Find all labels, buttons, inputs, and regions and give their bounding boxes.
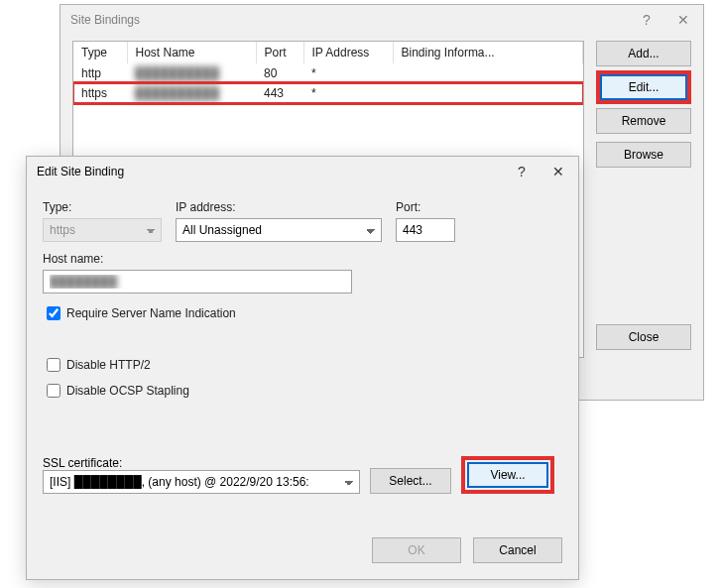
hostname-label: Host name: [43, 252, 562, 266]
table-row[interactable]: https ██████████ 443 * [73, 83, 583, 103]
close-button[interactable]: Close [596, 324, 691, 350]
view-button-highlight: View... [461, 456, 554, 494]
remove-button[interactable]: Remove [596, 108, 691, 134]
titlebar: Site Bindings ? ✕ [60, 5, 703, 35]
browse-button[interactable]: Browse [596, 142, 691, 168]
select-cert-button[interactable]: Select... [370, 468, 451, 494]
col-port[interactable]: Port [256, 42, 303, 63]
ip-select[interactable]: All Unassigned [176, 218, 382, 242]
disable-ocsp-checkbox[interactable] [47, 384, 60, 398]
help-icon[interactable]: ? [630, 12, 663, 28]
table-row[interactable]: http ██████████ 80 * [73, 63, 583, 83]
col-info[interactable]: Binding Informa... [393, 42, 583, 63]
disable-http2-checkbox[interactable] [47, 358, 60, 372]
ok-button[interactable]: OK [372, 537, 461, 563]
col-hostname[interactable]: Host Name [127, 42, 256, 63]
type-select: https [43, 218, 162, 242]
edit-button[interactable]: Edit... [600, 74, 687, 100]
port-input[interactable] [396, 218, 455, 242]
cancel-button[interactable]: Cancel [473, 537, 562, 563]
help-icon[interactable]: ? [505, 164, 539, 179]
col-ip[interactable]: IP Address [303, 42, 393, 63]
edit-site-binding-dialog: Edit Site Binding ? ✕ Type: https IP add… [26, 156, 579, 580]
close-icon[interactable]: ✕ [539, 164, 578, 179]
hostname-input[interactable] [43, 270, 352, 294]
add-button[interactable]: Add... [596, 41, 691, 66]
titlebar: Edit Site Binding ? ✕ [27, 157, 578, 186]
ssl-cert-select[interactable]: [IIS] ████████, (any host) @ 2022/9/20 1… [43, 470, 360, 494]
dialog-title: Edit Site Binding [37, 165, 505, 178]
table-header: Type Host Name Port IP Address Binding I… [73, 42, 583, 63]
disable-ocsp-label: Disable OCSP Stapling [66, 384, 189, 398]
ip-label: IP address: [176, 200, 382, 214]
ssl-cert-label: SSL certificate: [43, 456, 360, 470]
col-type[interactable]: Type [73, 42, 127, 63]
sni-label: Require Server Name Indication [66, 306, 236, 320]
view-cert-button[interactable]: View... [467, 462, 548, 488]
edit-button-highlight: Edit... [596, 70, 691, 104]
disable-http2-label: Disable HTTP/2 [66, 358, 151, 372]
type-label: Type: [43, 200, 162, 214]
close-icon[interactable]: ✕ [663, 12, 703, 28]
sni-checkbox[interactable] [47, 306, 60, 320]
port-label: Port: [396, 200, 455, 214]
dialog-title: Site Bindings [70, 13, 630, 27]
